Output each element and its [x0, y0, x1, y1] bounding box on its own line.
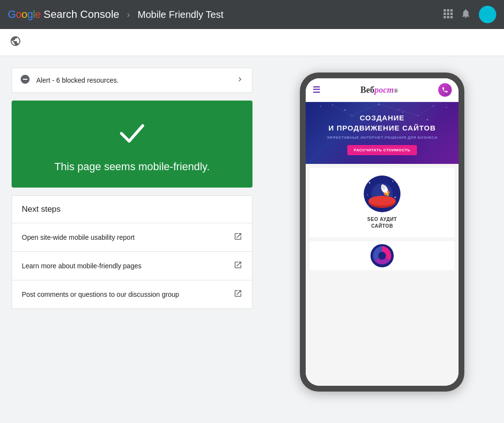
header-actions	[443, 6, 496, 23]
service-card-1: SEO АУДИТСАЙТОВ	[310, 168, 455, 237]
notifications-icon[interactable]	[460, 8, 471, 21]
svg-line-11	[379, 104, 399, 110]
next-step-mobile-usability[interactable]: Open site-wide mobile usability report	[12, 223, 252, 252]
hero-title: СОЗДАНИЕИ ПРОДВИЖЕНИЕ САЙТОВ	[312, 113, 452, 133]
hero-subtitle: ЭФФЕКТИВНЫЕ ИНТЕРНЕТ-РЕШЕНИЯ ДЛЯ БИЗНЕСА	[312, 135, 452, 140]
svg-point-16	[378, 103, 380, 104]
alert-text: Alert - 6 blocked resources.	[36, 76, 236, 84]
next-step-label-2: Learn more about mobile-friendly pages	[22, 262, 234, 270]
next-steps-box: Next steps Open site-wide mobile usabili…	[12, 195, 252, 309]
checkmark-icon	[115, 115, 149, 155]
external-link-icon-3	[234, 289, 242, 300]
svg-rect-4	[447, 13, 449, 15]
svg-point-27	[395, 197, 396, 198]
svg-point-17	[398, 109, 399, 110]
globe-icon[interactable]	[10, 35, 21, 50]
main-content: Alert - 6 blocked resources. This page s…	[0, 56, 504, 403]
svg-point-19	[432, 105, 434, 106]
site-hero: СОЗДАНИЕИ ПРОДВИЖЕНИЕ САЙТОВ ЭФФЕКТИВНЫЕ…	[306, 102, 459, 164]
svg-point-24	[369, 182, 371, 184]
brand-product-name: Search Console	[44, 8, 119, 21]
site-body: SEO АУДИТСАЙТОВ	[306, 164, 459, 386]
external-link-icon-1	[234, 232, 242, 243]
site-phone-btn	[438, 83, 452, 97]
alert-no-entry-icon	[20, 74, 30, 87]
google-wordmark: Google	[8, 8, 41, 21]
site-header: ☰ Веброст®	[306, 78, 459, 102]
svg-rect-8	[450, 16, 453, 18]
svg-rect-0	[444, 9, 446, 12]
external-link-icon-2	[234, 261, 242, 271]
app-header: Google Search Console › Mobile Friendly …	[0, 0, 504, 29]
next-step-label-1: Open site-wide mobile usability report	[22, 233, 234, 241]
site-hamburger-icon: ☰	[312, 85, 320, 95]
phone-mockup: ☰ Веброст®	[300, 73, 464, 392]
phone-preview: ☰ Веброст®	[272, 68, 492, 392]
hero-cta-button: РАССЧИТАТЬ СТОИМОСТЬ	[347, 145, 417, 155]
site-logo: Веброст®	[360, 85, 398, 95]
alert-bar[interactable]: Alert - 6 blocked resources.	[12, 68, 252, 93]
svg-rect-2	[450, 9, 453, 12]
alert-chevron-icon	[236, 75, 244, 86]
service-icon-1	[364, 175, 400, 212]
svg-point-25	[392, 181, 393, 182]
left-panel: Alert - 6 blocked resources. This page s…	[12, 68, 252, 392]
svg-rect-7	[447, 16, 449, 18]
svg-point-34	[378, 252, 386, 260]
svg-rect-5	[450, 13, 453, 15]
svg-rect-3	[444, 13, 446, 15]
brand-logo: Google Search Console	[8, 8, 119, 21]
page-title: Mobile Friendly Test	[138, 9, 223, 20]
svg-rect-1	[447, 9, 449, 12]
svg-rect-6	[444, 16, 446, 18]
service-title-1: SEO АУДИТСАЙТОВ	[367, 216, 397, 230]
user-avatar[interactable]	[479, 6, 496, 23]
svg-point-26	[367, 194, 368, 195]
next-step-learn-more[interactable]: Learn more about mobile-friendly pages	[12, 252, 252, 280]
next-step-discussion[interactable]: Post comments or questions to our discus…	[12, 280, 252, 308]
service-icon-2	[371, 244, 394, 267]
sub-header	[0, 29, 504, 56]
next-steps-title: Next steps	[12, 196, 252, 223]
grid-icon[interactable]	[443, 9, 453, 21]
service-card-2	[310, 241, 455, 270]
next-step-label-3: Post comments or questions to our discus…	[22, 291, 234, 298]
svg-point-14	[332, 104, 333, 106]
success-box: This page seems mobile-friendly.	[12, 101, 252, 188]
svg-point-23	[369, 196, 396, 205]
phone-screen: ☰ Веброст®	[306, 78, 459, 386]
header-chevron-icon: ›	[127, 10, 130, 20]
success-message: This page seems mobile-friendly.	[54, 160, 209, 173]
